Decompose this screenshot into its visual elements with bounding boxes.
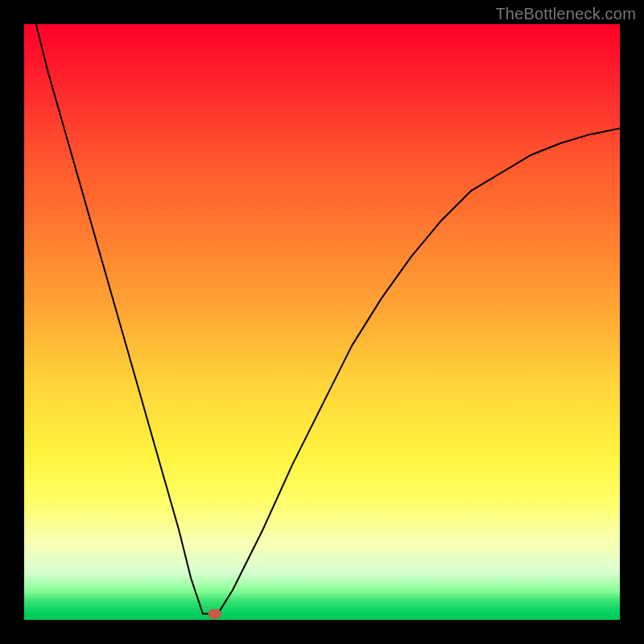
watermark-label: TheBottleneck.com [495,5,636,23]
curve-layer [24,24,620,620]
minimum-marker [208,609,221,619]
chart-frame: TheBottleneck.com [0,0,644,644]
plot-area [24,24,620,620]
bottleneck-curve [36,24,620,614]
